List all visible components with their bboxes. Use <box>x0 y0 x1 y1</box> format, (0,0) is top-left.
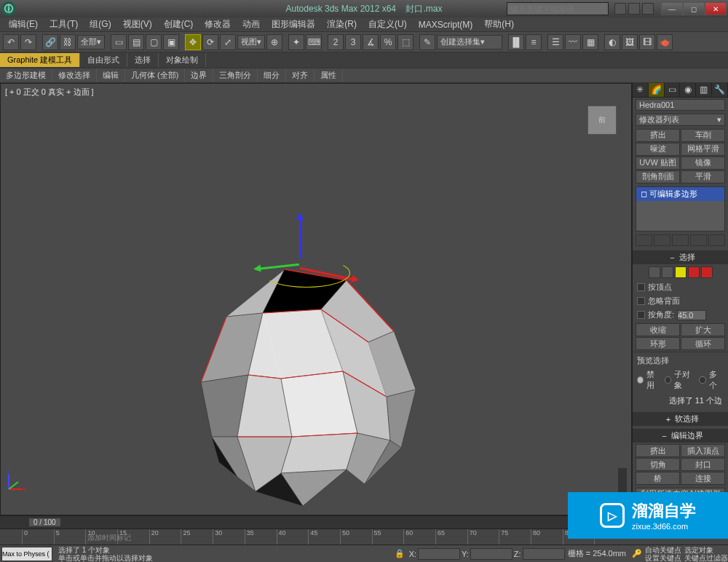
menu-modifiers[interactable]: 修改器 <box>199 18 237 31</box>
sub-edit[interactable]: 编辑 <box>97 68 125 82</box>
render-frame-icon[interactable]: 🎞 <box>639 34 655 50</box>
btn-insert-vertex[interactable]: 插入顶点 <box>681 444 725 457</box>
redo-icon[interactable]: ↷ <box>20 34 36 50</box>
named-selection-dropdown[interactable]: 创建选择集 ▾ <box>437 35 502 50</box>
tab-create-icon[interactable]: ✳ <box>633 83 649 97</box>
menu-animation[interactable]: 动画 <box>237 18 266 31</box>
window-crossing-icon[interactable]: ▣ <box>163 34 179 50</box>
autokey-button[interactable]: 自动关键点 <box>645 546 681 554</box>
tab-modify-icon[interactable]: 🌈 <box>649 83 665 97</box>
menu-customize[interactable]: 自定义(U) <box>363 18 413 31</box>
maxscript-mini[interactable]: Max to Physes ( <box>1 547 52 561</box>
tab-display-icon[interactable]: ▥ <box>696 83 712 97</box>
angle-snap-icon[interactable]: ∡ <box>363 34 379 50</box>
sub-props[interactable]: 属性 <box>314 68 343 82</box>
viewport-label[interactable]: [ + 0 正交 0 真实 + 边面 ] <box>5 87 94 98</box>
sub-subdiv[interactable]: 细分 <box>258 68 286 82</box>
star-icon[interactable] <box>628 3 640 15</box>
radio-off[interactable] <box>637 376 644 384</box>
lock-icon[interactable]: 🔒 <box>390 549 409 558</box>
rollout-selection[interactable]: −选择 <box>633 250 728 264</box>
rotate-icon[interactable]: ⟳ <box>202 34 218 50</box>
stack-pin-icon[interactable] <box>636 234 652 246</box>
selected-key-dropdown[interactable]: 选定对象 <box>684 546 728 554</box>
render-icon[interactable]: 🫖 <box>657 34 673 50</box>
viewport[interactable]: [ + 0 正交 0 真实 + 边面 ] 前 <box>0 83 632 515</box>
btn-cap[interactable]: 封口 <box>681 458 725 471</box>
preset-noise[interactable]: 噪波 <box>636 143 680 156</box>
sub-modifysel[interactable]: 修改选择 <box>52 68 97 82</box>
spinner-snap-icon[interactable]: ⬚ <box>397 34 414 50</box>
radio-multi[interactable] <box>699 376 705 384</box>
btn-bridge[interactable]: 桥 <box>636 472 680 485</box>
coord-y-input[interactable] <box>470 548 513 560</box>
btn-ring[interactable]: 环形 <box>636 337 680 350</box>
radio-subobj[interactable] <box>665 376 671 384</box>
tab-graphite[interactable]: Graphite 建模工具 <box>0 53 80 67</box>
preset-extrude[interactable]: 挤出 <box>636 129 680 142</box>
stack-editable-poly[interactable]: ◻ 可编辑多边形 <box>636 187 724 201</box>
angle-spinner[interactable]: 45.0 <box>677 310 706 320</box>
sub-border[interactable]: 边界 <box>185 68 213 82</box>
rollout-edit-boundary[interactable]: −编辑边界 <box>633 429 728 443</box>
schematic-icon[interactable]: ▦ <box>582 34 598 50</box>
align-icon[interactable]: ≡ <box>526 34 542 50</box>
snaps-2d-icon[interactable]: 2 <box>328 34 344 50</box>
stack-show-icon[interactable] <box>654 234 670 246</box>
btn-grow[interactable]: 扩大 <box>681 323 725 336</box>
maximize-button[interactable]: ◻ <box>683 2 705 15</box>
help-icon[interactable] <box>614 3 626 15</box>
minimize-button[interactable]: — <box>661 2 683 15</box>
btn-extrude[interactable]: 挤出 <box>636 444 680 457</box>
stack-unique-icon[interactable] <box>672 234 689 246</box>
menu-help[interactable]: 帮助(H) <box>478 18 520 31</box>
object-name-field[interactable]: Hedra001 <box>636 99 725 111</box>
app-icon[interactable]: ⓘ <box>1 1 16 16</box>
menu-views[interactable]: 视图(V) <box>117 18 158 31</box>
chk-by-angle[interactable] <box>637 311 645 319</box>
comm-icon[interactable] <box>642 3 654 15</box>
edit-named-sel-icon[interactable]: ✎ <box>419 34 435 50</box>
keyboard-icon[interactable]: ⌨ <box>306 34 322 50</box>
btn-connect[interactable]: 连接 <box>681 472 725 485</box>
key-icon[interactable]: 🔑 <box>629 549 645 558</box>
menu-grapheditor[interactable]: 图形编辑器 <box>266 18 321 31</box>
chk-ignore-backface[interactable] <box>637 297 645 305</box>
render-setup-icon[interactable]: 🖼 <box>622 34 638 50</box>
mirror-icon[interactable]: ▐▌ <box>508 34 524 50</box>
menu-group[interactable]: 组(G) <box>84 18 116 31</box>
btn-loop[interactable]: 循环 <box>681 337 725 350</box>
tab-freeform[interactable]: 自由形式 <box>80 53 127 67</box>
curve-editor-icon[interactable]: 〰 <box>565 34 581 50</box>
modifier-list-dropdown[interactable]: 修改器列表▾ <box>636 114 725 126</box>
percent-snap-icon[interactable]: % <box>380 34 396 50</box>
btn-chamfer[interactable]: 切角 <box>636 458 680 471</box>
link-icon[interactable]: 🔗 <box>42 34 58 50</box>
undo-icon[interactable]: ↶ <box>3 34 19 50</box>
refcoord-dropdown[interactable]: 视图 ▾ <box>237 35 265 50</box>
select-name-icon[interactable]: ▤ <box>128 34 144 50</box>
subobj-border-icon[interactable] <box>675 266 687 278</box>
menu-edit[interactable]: 编辑(E) <box>3 18 44 31</box>
coord-z-input[interactable] <box>523 548 565 560</box>
tab-objectpaint[interactable]: 对象绘制 <box>159 53 206 67</box>
menu-tools[interactable]: 工具(T) <box>44 18 84 31</box>
preset-lathe[interactable]: 车削 <box>681 129 725 142</box>
select-icon[interactable]: ▭ <box>111 34 127 50</box>
move-icon[interactable]: ✥ <box>185 34 201 50</box>
preset-mirror[interactable]: 镜像 <box>681 157 725 170</box>
subobj-element-icon[interactable] <box>701 266 713 278</box>
sub-polymodel[interactable]: 多边形建模 <box>0 68 52 82</box>
key-filter-button[interactable]: 关键点过滤器 <box>684 554 728 562</box>
menu-create[interactable]: 创建(C) <box>158 18 199 31</box>
tab-utilities-icon[interactable]: 🔧 <box>712 83 728 97</box>
stack-config-icon[interactable] <box>708 234 725 246</box>
material-editor-icon[interactable]: ◐ <box>604 34 620 50</box>
close-button[interactable]: ✕ <box>705 2 727 15</box>
preset-meshsmooth[interactable]: 网格平滑 <box>681 143 725 156</box>
subobj-vertex-icon[interactable] <box>649 266 660 278</box>
tab-selection[interactable]: 选择 <box>127 53 159 67</box>
subobj-poly-icon[interactable] <box>688 266 700 278</box>
snaps-3d-icon[interactable]: 3 <box>345 34 361 50</box>
scale-icon[interactable]: ⤢ <box>220 34 236 50</box>
